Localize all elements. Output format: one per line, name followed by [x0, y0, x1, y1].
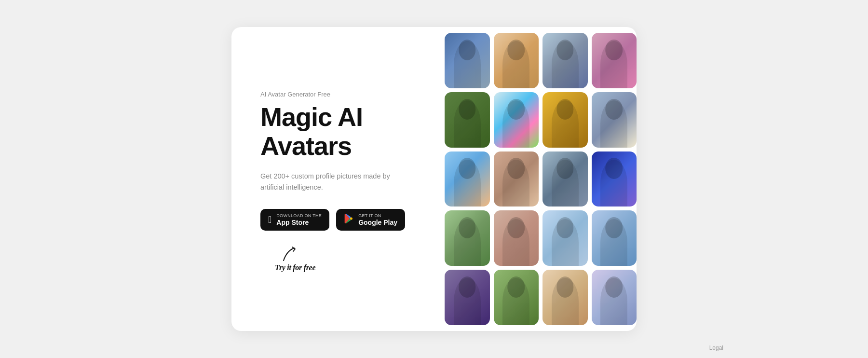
play-icon: [344, 214, 353, 226]
google-play-small-label: GET IT ON: [358, 214, 381, 218]
main-title: Magic AI Avatars: [260, 103, 415, 160]
subtitle: AI Avatar Generator Free: [260, 91, 415, 98]
avatar-grid: [439, 27, 637, 331]
google-play-text: GET IT ON Google Play: [358, 214, 397, 226]
avatar-cell: [542, 210, 588, 266]
avatar-cell: [445, 210, 490, 266]
avatar-cell: [542, 33, 588, 88]
app-store-button[interactable]:  Download on the App Store: [260, 209, 329, 231]
google-play-large-label: Google Play: [358, 219, 397, 226]
avatar-cell: [592, 92, 637, 148]
apple-icon: : [268, 214, 271, 225]
store-buttons:  Download on the App Store G: [260, 209, 415, 231]
avatar-cell: [445, 151, 490, 207]
avatar-cell: [494, 210, 539, 266]
description: Get 200+ custom profile pictures made by…: [260, 171, 395, 193]
app-store-text: Download on the App Store: [276, 214, 322, 226]
avatar-cell: [494, 270, 539, 325]
avatar-cell: [445, 33, 490, 88]
left-panel: AI Avatar Generator Free Magic AI Avatar…: [231, 27, 439, 331]
main-card: AI Avatar Generator Free Magic AI Avatar…: [231, 27, 637, 331]
app-store-large-label: App Store: [276, 219, 309, 226]
avatar-cell: [592, 270, 637, 325]
avatar-cell: [445, 92, 490, 148]
google-play-button[interactable]: GET IT ON Google Play: [336, 209, 405, 231]
avatar-cell: [592, 210, 637, 266]
avatar-cell: [494, 92, 539, 148]
avatar-cell: [445, 270, 490, 325]
app-store-small-label: Download on the: [276, 214, 322, 218]
avatar-cell: [592, 33, 637, 88]
arrow-icon: [280, 245, 299, 264]
try-free-container: Try it for free: [275, 245, 415, 272]
try-free-label: Try it for free: [275, 263, 315, 272]
legal-link[interactable]: Legal: [709, 344, 723, 351]
avatar-cell: [494, 151, 539, 207]
avatar-cell: [494, 33, 539, 88]
avatar-cell: [542, 92, 588, 148]
avatar-cell: [542, 151, 588, 207]
avatar-cell: [542, 270, 588, 325]
avatar-cell: [592, 151, 637, 207]
